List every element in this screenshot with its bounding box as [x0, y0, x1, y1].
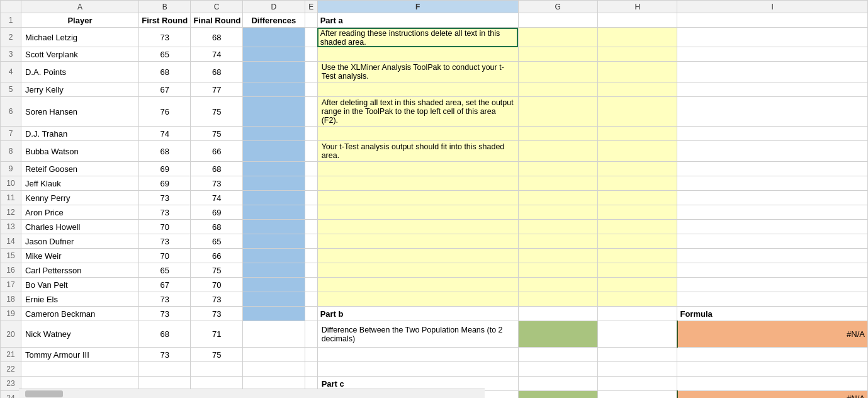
cell-C12[interactable]: 69 [191, 205, 242, 220]
cell-C1[interactable]: Final Round [191, 13, 242, 28]
cell-B19[interactable]: 73 [138, 307, 190, 321]
cell-C11[interactable]: 74 [191, 191, 242, 205]
cell-E13 [305, 220, 317, 234]
cell-A12[interactable]: Aron Price [21, 205, 138, 220]
cell-B10[interactable]: 69 [138, 176, 190, 191]
cell-B3[interactable]: 65 [138, 47, 190, 62]
col-header-C[interactable]: C [191, 1, 242, 13]
cell-F6[interactable]: After deleting all text in this shaded a… [317, 97, 518, 127]
cell-C19[interactable]: 73 [191, 307, 242, 321]
cell-C21[interactable]: 75 [191, 348, 242, 362]
cell-A18[interactable]: Ernie Els [21, 292, 138, 307]
cell-I2 [677, 28, 868, 47]
col-header-H[interactable]: H [598, 1, 677, 13]
cell-B7[interactable]: 74 [138, 127, 190, 141]
cell-A16[interactable]: Carl Pettersson [21, 263, 138, 278]
cell-A3[interactable]: Scott Verplank [21, 47, 138, 62]
cell-B8[interactable]: 68 [138, 141, 190, 162]
cell-B12[interactable]: 73 [138, 205, 190, 220]
cell-C17[interactable]: 70 [191, 278, 242, 292]
cell-A19[interactable]: Cameron Beckman [21, 307, 138, 321]
cell-H12 [598, 205, 677, 220]
row-num-4: 4 [1, 62, 21, 82]
cell-A11[interactable]: Kenny Perry [21, 191, 138, 205]
cell-I20[interactable]: #N/A [677, 321, 868, 348]
cell-C8[interactable]: 66 [191, 141, 242, 162]
row-num-17: 17 [1, 278, 21, 292]
cell-B5[interactable]: 67 [138, 82, 190, 97]
cell-C14[interactable]: 65 [191, 234, 242, 249]
cell-C20[interactable]: 71 [191, 321, 242, 348]
cell-C2[interactable]: 68 [191, 28, 242, 47]
cell-C18[interactable]: 73 [191, 292, 242, 307]
cell-C4[interactable]: 68 [191, 62, 242, 82]
cell-B13[interactable]: 70 [138, 220, 190, 234]
col-header-A[interactable]: A [21, 1, 138, 13]
cell-G3 [518, 47, 597, 62]
table-row: 18 Ernie Els 73 73 [1, 292, 868, 307]
cell-D11 [242, 191, 305, 205]
cell-C10[interactable]: 73 [191, 176, 242, 191]
cell-A21[interactable]: Tommy Armour III [21, 348, 138, 362]
cell-G16 [518, 263, 597, 278]
cell-B20[interactable]: 68 [138, 321, 190, 348]
cell-A2[interactable]: Michael Letzig [21, 28, 138, 47]
cell-B2[interactable]: 73 [138, 28, 190, 47]
scroll-thumb[interactable] [25, 390, 63, 397]
cell-F20[interactable]: Difference Between the Two Population Me… [317, 321, 518, 348]
cell-B14[interactable]: 73 [138, 234, 190, 249]
cell-G9 [518, 162, 597, 176]
cell-A13[interactable]: Charles Howell [21, 220, 138, 234]
cell-A17[interactable]: Bo Van Pelt [21, 278, 138, 292]
cell-C15[interactable]: 66 [191, 249, 242, 263]
cell-F13 [317, 220, 518, 234]
cell-D1[interactable]: Differences [242, 13, 305, 28]
cell-A5[interactable]: Jerry Kelly [21, 82, 138, 97]
cell-A20[interactable]: Nick Watney [21, 321, 138, 348]
row-num-3: 3 [1, 47, 21, 62]
cell-C3[interactable]: 74 [191, 47, 242, 62]
cell-B6[interactable]: 76 [138, 97, 190, 127]
cell-A15[interactable]: Mike Weir [21, 249, 138, 263]
cell-B21[interactable]: 73 [138, 348, 190, 362]
row-num-6: 6 [1, 97, 21, 127]
cell-A14[interactable]: Jason Dufner [21, 234, 138, 249]
cell-B16[interactable]: 65 [138, 263, 190, 278]
cell-A9[interactable]: Reteif Goosen [21, 162, 138, 176]
cell-G24[interactable] [518, 391, 597, 399]
cell-B15[interactable]: 70 [138, 249, 190, 263]
cell-I16 [677, 263, 868, 278]
cell-G20[interactable] [518, 321, 597, 348]
cell-F4[interactable]: Use the XLMiner Analysis ToolPak to cond… [317, 62, 518, 82]
cell-B18[interactable]: 73 [138, 292, 190, 307]
cell-F2[interactable]: After reading these instructions delete … [317, 28, 518, 47]
cell-A1[interactable]: Player [21, 13, 138, 28]
cell-G22 [518, 362, 597, 377]
cell-A10[interactable]: Jeff Klauk [21, 176, 138, 191]
cell-B4[interactable]: 68 [138, 62, 190, 82]
cell-B9[interactable]: 69 [138, 162, 190, 176]
cell-A7[interactable]: D.J. Trahan [21, 127, 138, 141]
cell-A6[interactable]: Soren Hansen [21, 97, 138, 127]
col-header-F[interactable]: F [317, 1, 518, 13]
cell-C6[interactable]: 75 [191, 97, 242, 127]
horizontal-scrollbar[interactable] [19, 389, 485, 398]
cell-B11[interactable]: 73 [138, 191, 190, 205]
cell-C9[interactable]: 68 [191, 162, 242, 176]
cell-A4[interactable]: D.A. Points [21, 62, 138, 82]
cell-A8[interactable]: Bubba Watson [21, 141, 138, 162]
col-header-E[interactable]: E [305, 1, 317, 13]
cell-C7[interactable]: 75 [191, 127, 242, 141]
cell-B1[interactable]: First Round [138, 13, 190, 28]
cell-F1[interactable]: Part a [317, 13, 518, 28]
col-header-B[interactable]: B [138, 1, 190, 13]
cell-C13[interactable]: 68 [191, 220, 242, 234]
col-header-D[interactable]: D [242, 1, 305, 13]
col-header-I[interactable]: I [677, 1, 868, 13]
col-header-G[interactable]: G [518, 1, 597, 13]
cell-C16[interactable]: 75 [191, 263, 242, 278]
cell-C5[interactable]: 77 [191, 82, 242, 97]
cell-B17[interactable]: 67 [138, 278, 190, 292]
cell-I24[interactable]: #N/A [677, 391, 868, 399]
cell-F8[interactable]: Your t-Test analysis output should fit i… [317, 141, 518, 162]
